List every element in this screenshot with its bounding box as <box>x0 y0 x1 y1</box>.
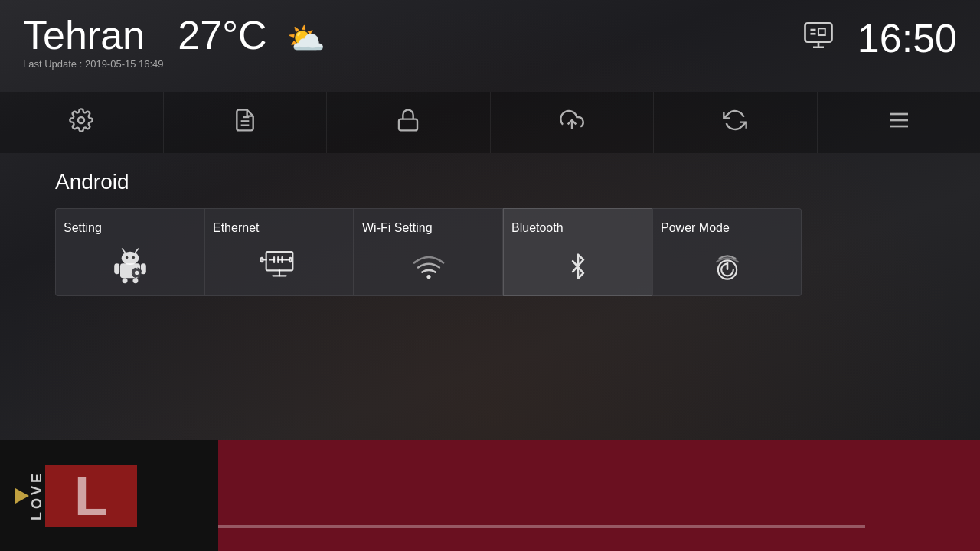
toolbar <box>0 92 980 153</box>
android-label: Android <box>55 170 802 194</box>
logo-letter: L <box>74 465 108 527</box>
cards-row: Setting <box>55 208 802 296</box>
toolbar-item-lock[interactable] <box>327 92 491 153</box>
card-setting[interactable]: Setting <box>55 208 204 296</box>
svg-rect-8 <box>399 119 417 130</box>
svg-point-38 <box>426 275 430 279</box>
toolbar-item-sync[interactable] <box>654 92 818 153</box>
card-ethernet[interactable]: Ethernet <box>204 208 354 296</box>
weather-icon: ⛅ <box>287 21 325 55</box>
svg-line-17 <box>122 249 124 252</box>
svg-rect-37 <box>289 258 292 262</box>
toolbar-item-settings[interactable] <box>0 92 164 153</box>
svg-line-18 <box>135 249 137 252</box>
progress-bar <box>218 525 865 528</box>
card-wifi-label: Wi-Fi Setting <box>362 221 433 235</box>
monitor-svg <box>802 19 835 51</box>
bottom-left-panel: LOVE L <box>0 440 218 551</box>
svg-rect-21 <box>122 278 127 283</box>
svg-rect-19 <box>114 263 119 274</box>
play-icon <box>15 488 29 504</box>
header: Tehran 27°C ⛅ Last Update : 2019-05-15 1… <box>0 0 980 70</box>
hamburger-menu-icon <box>887 108 911 138</box>
svg-rect-22 <box>132 278 138 283</box>
ethernet-icon <box>260 245 299 285</box>
android-section: Android Setting <box>55 170 802 296</box>
city-name: Tehran <box>23 13 145 57</box>
notes-icon <box>233 108 257 138</box>
bottom-logo: L <box>45 465 137 527</box>
settings-gear-icon <box>69 108 93 138</box>
svg-point-16 <box>132 256 134 259</box>
sync-icon <box>723 108 747 138</box>
temperature: 27°C <box>178 13 266 57</box>
android-setting-icon <box>110 245 150 285</box>
header-right: 16:50 <box>802 15 957 61</box>
toolbar-item-menu[interactable] <box>818 92 981 153</box>
svg-point-24 <box>135 271 139 275</box>
svg-point-15 <box>125 256 127 259</box>
last-update: Last Update : 2019-05-15 16:49 <box>23 58 325 70</box>
channel-tag: LOVE <box>29 471 45 520</box>
card-power-label: Power Mode <box>661 221 730 235</box>
header-left: Tehran 27°C ⛅ Last Update : 2019-05-15 1… <box>23 15 325 70</box>
card-wifi[interactable]: Wi-Fi Setting <box>354 208 503 296</box>
time-display: 16:50 <box>858 15 957 61</box>
toolbar-item-notes[interactable] <box>164 92 328 153</box>
power-mode-icon <box>707 245 747 285</box>
upload-icon <box>560 108 584 138</box>
card-ethernet-label: Ethernet <box>213 221 259 235</box>
bottom-bar: LOVE L <box>0 440 980 551</box>
toolbar-item-upload[interactable] <box>491 92 655 153</box>
header-title: Tehran 27°C ⛅ <box>23 15 325 55</box>
wifi-icon <box>409 245 449 285</box>
svg-rect-29 <box>260 258 263 262</box>
card-power[interactable]: Power Mode <box>652 208 802 296</box>
card-bluetooth[interactable]: Bluetooth <box>503 208 652 296</box>
card-setting-label: Setting <box>64 221 102 235</box>
svg-rect-3 <box>818 28 825 35</box>
svg-point-4 <box>78 117 84 123</box>
bluetooth-icon <box>558 245 598 285</box>
lock-icon <box>396 108 420 138</box>
monitor-icon <box>802 19 835 58</box>
card-bluetooth-label: Bluetooth <box>511 221 564 235</box>
svg-point-14 <box>121 252 139 265</box>
bottom-progress-area <box>218 440 980 551</box>
